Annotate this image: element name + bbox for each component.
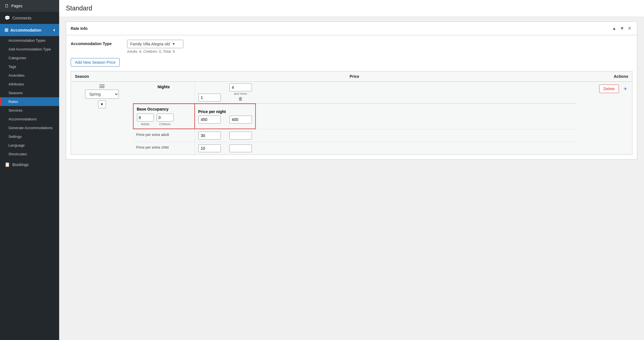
content-area: Rate Info ▲ ▼ ✕ Accommodation Type Famil… bbox=[59, 21, 644, 166]
price-per-night-inputs-wrapper bbox=[198, 116, 252, 123]
night-col-1 bbox=[198, 94, 221, 101]
extra-adult-label: Price per extra adult bbox=[136, 133, 169, 137]
children-input[interactable] bbox=[157, 114, 174, 122]
base-occupancy-label-cell: Base Occupancy Adults bbox=[133, 103, 195, 129]
comments-label: Comments bbox=[12, 16, 32, 20]
actions-cell: Delete + bbox=[576, 82, 632, 155]
table-row: Spring Summer Fall Winter ▼ bbox=[71, 82, 632, 155]
night-col-2: and more 🗑 bbox=[229, 83, 252, 101]
nights-header: Nights and more bbox=[133, 82, 576, 103]
delete-row-btn[interactable]: Delete bbox=[599, 85, 619, 93]
metabox-header: Rate Info ▲ ▼ ✕ bbox=[66, 22, 637, 35]
and-more-label: and more bbox=[234, 92, 247, 95]
sidebar-item-pages[interactable]: 🗋 Pages bbox=[0, 0, 59, 12]
season-dropdown[interactable]: Spring Summer Fall Winter bbox=[85, 90, 119, 99]
night-col1-input[interactable] bbox=[198, 94, 221, 101]
extra-adult-label-cell: Price per extra adult bbox=[133, 129, 195, 142]
col-price-header: Price bbox=[133, 71, 576, 82]
sidebar-item-attributes[interactable]: Attributes bbox=[0, 80, 59, 89]
accommodation-type-label: Accommodation Type bbox=[71, 40, 127, 46]
comments-icon: 💬 bbox=[5, 15, 10, 21]
accommodation-type-value: Family Villa Alegria old bbox=[130, 42, 170, 46]
accommodation-type-row: Accommodation Type Family Villa Alegria … bbox=[71, 40, 632, 54]
extra-child-price2-input[interactable] bbox=[229, 144, 252, 152]
extra-adult-price1-input[interactable] bbox=[198, 132, 221, 140]
occupancy-inputs: Adults Children bbox=[137, 114, 191, 126]
sidebar-item-services[interactable]: Services bbox=[0, 106, 59, 115]
price-per-night-label: Price per night bbox=[198, 109, 226, 114]
sidebar-item-language[interactable]: Language bbox=[0, 141, 59, 150]
nights-values: and more 🗑 bbox=[195, 82, 255, 103]
accommodation-type-field: Family Villa Alegria old ▼ Adults: 6, Ch… bbox=[127, 40, 632, 54]
sidebar-item-settings[interactable]: Settings bbox=[0, 132, 59, 141]
bookings-icon: 📋 bbox=[5, 162, 10, 167]
sidebar-section-accommodation[interactable]: ⊞ Accommodation bbox=[0, 24, 59, 36]
table-header-row: Season Price Actions bbox=[71, 71, 632, 82]
base-occupancy-label: Base Occupancy bbox=[137, 107, 191, 111]
section-arrow-icon bbox=[52, 29, 55, 32]
extra-adult-inputs bbox=[195, 129, 255, 142]
accommodation-type-chevron-icon: ▼ bbox=[172, 42, 176, 46]
delete-night-col-icon[interactable]: 🗑 bbox=[238, 96, 243, 101]
row-handle: Spring Summer Fall Winter ▼ bbox=[74, 85, 130, 108]
extra-adult-price2-input[interactable] bbox=[229, 132, 252, 140]
nav-items: Accommodation Types Add Accommodation Ty… bbox=[0, 36, 59, 158]
extra-child-row: Price per extra child bbox=[133, 142, 576, 154]
extra-child-inputs bbox=[195, 142, 255, 154]
price-per-night-values: Price per night bbox=[195, 103, 256, 129]
sidebar-item-comments[interactable]: 💬 Comments bbox=[0, 12, 59, 24]
metabox-collapse-down-btn[interactable]: ▼ bbox=[619, 25, 625, 32]
row-chevron-btn[interactable]: ▼ bbox=[98, 100, 106, 108]
extra-adult-row: Price per extra adult bbox=[133, 129, 576, 142]
sidebar-item-rates[interactable]: Rates bbox=[0, 97, 59, 106]
extra-child-label-cell: Price per extra child bbox=[133, 142, 195, 154]
sidebar-item-tags[interactable]: Tags bbox=[0, 62, 59, 71]
metabox-body: Accommodation Type Family Villa Alegria … bbox=[66, 35, 637, 159]
sidebar-item-seasons[interactable]: Seasons bbox=[0, 89, 59, 97]
pages-label: Pages bbox=[11, 4, 23, 8]
page-title: Standard bbox=[66, 5, 637, 12]
metabox-controls: ▲ ▼ ✕ bbox=[611, 25, 632, 32]
price-per-night-header-wrapper: Price per night bbox=[198, 109, 252, 123]
extra-child-label: Price per extra child bbox=[136, 145, 169, 149]
sidebar-item-accommodation-types[interactable]: Accommodation Types bbox=[0, 36, 59, 45]
adults-field: Adults bbox=[137, 114, 154, 126]
accommodation-section-icon: ⊞ bbox=[5, 27, 8, 33]
price-col2-input[interactable] bbox=[229, 116, 252, 123]
rates-table: Season Price Actions bbox=[71, 71, 632, 155]
metabox-title: Rate Info bbox=[71, 26, 611, 31]
accommodation-type-select[interactable]: Family Villa Alegria old ▼ bbox=[127, 40, 183, 48]
accommodation-type-subtext: Adults: 6, Children: 0, Total: 6 bbox=[127, 49, 632, 54]
price-cell: Nights and more bbox=[133, 82, 576, 155]
adults-input[interactable] bbox=[137, 114, 154, 122]
sidebar: 🗋 Pages 💬 Comments ⊞ Accommodation Accom… bbox=[0, 0, 59, 340]
col-season-header: Season bbox=[71, 71, 133, 82]
metabox-close-btn[interactable]: ✕ bbox=[627, 25, 632, 32]
sidebar-item-shortcodes[interactable]: Shortcodes bbox=[0, 150, 59, 158]
actions-wrapper: Delete + bbox=[579, 85, 630, 93]
extra-child-price1-input[interactable] bbox=[198, 144, 221, 152]
add-column-btn[interactable]: + bbox=[621, 85, 629, 92]
children-label: Children bbox=[159, 122, 171, 126]
bookings-label: Bookings bbox=[12, 162, 29, 167]
page-header: Standard bbox=[59, 0, 644, 17]
season-cell: Spring Summer Fall Winter ▼ bbox=[71, 82, 133, 155]
sidebar-item-categories[interactable]: Categories bbox=[0, 54, 59, 62]
metabox-collapse-up-btn[interactable]: ▲ bbox=[611, 25, 618, 32]
pages-icon: 🗋 bbox=[5, 3, 9, 8]
sidebar-item-amenities[interactable]: Amenities bbox=[0, 71, 59, 80]
drag-handle-icon[interactable] bbox=[99, 85, 105, 88]
col-actions-header: Actions bbox=[576, 71, 632, 82]
add-season-price-btn[interactable]: Add New Season Price bbox=[71, 58, 120, 67]
sidebar-item-accommodations[interactable]: Accommodations bbox=[0, 115, 59, 123]
nights-header-label: Nights bbox=[133, 82, 195, 103]
accommodation-section-label: Accommodation bbox=[10, 28, 41, 32]
night-col2-input[interactable] bbox=[229, 83, 252, 91]
adults-label: Adults bbox=[141, 122, 150, 126]
sidebar-item-generate-accommodations[interactable]: Generate Accommodations bbox=[0, 123, 59, 132]
sidebar-item-add-accommodation-type[interactable]: Add Accommodation Type bbox=[0, 45, 59, 54]
main-content: Standard Rate Info ▲ ▼ ✕ Accommodation T… bbox=[59, 0, 644, 340]
price-col1-input[interactable] bbox=[198, 116, 221, 123]
sidebar-item-bookings[interactable]: 📋 Bookings bbox=[0, 158, 59, 171]
base-occupancy-row: Base Occupancy Adults bbox=[133, 103, 576, 129]
